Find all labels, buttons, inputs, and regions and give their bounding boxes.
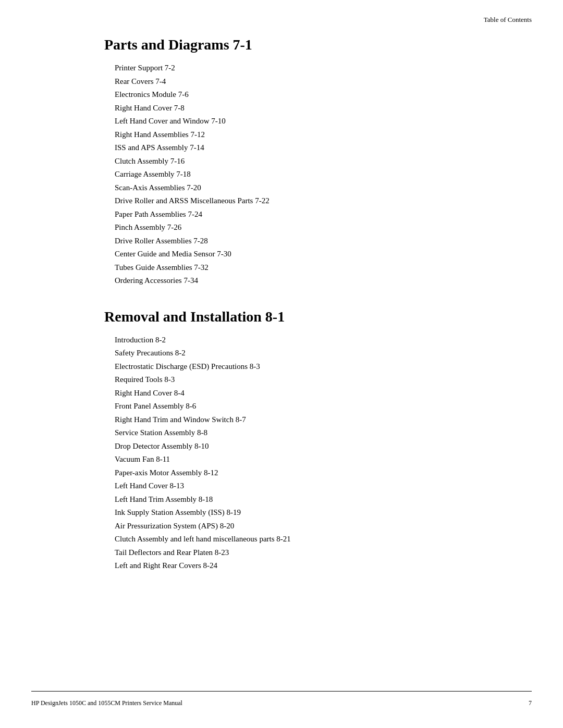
- list-item: Paper Path Assemblies 7-24: [115, 208, 500, 221]
- page-container: Table of Contents Parts and Diagrams 7-1…: [0, 0, 563, 728]
- list-item: Rear Covers 7-4: [115, 75, 500, 89]
- list-item: Center Guide and Media Sensor 7-30: [115, 248, 500, 261]
- list-item: Tail Deflectors and Rear Platen 8-23: [115, 546, 500, 560]
- parts-diagrams-list: Printer Support 7-2 Rear Covers 7-4 Elec…: [115, 61, 500, 288]
- list-item: Right Hand Trim and Window Switch 8-7: [115, 413, 500, 427]
- removal-installation-title: Removal and Installation 8-1: [104, 309, 500, 325]
- list-item: Drive Roller Assemblies 7-28: [115, 235, 500, 248]
- list-item: Clutch Assembly 7-16: [115, 155, 500, 168]
- list-item: Ink Supply Station Assembly (ISS) 8-19: [115, 506, 500, 520]
- list-item: Service Station Assembly 8-8: [115, 426, 500, 440]
- list-item: Introduction 8-2: [115, 334, 500, 347]
- list-item: Electronics Module 7-6: [115, 88, 500, 102]
- list-item: Left Hand Cover 8-13: [115, 479, 500, 493]
- list-item: Scan-Axis Assemblies 7-20: [115, 181, 500, 195]
- main-content: Parts and Diagrams 7-1 Printer Support 7…: [0, 0, 563, 635]
- list-item: Drive Roller and ARSS Miscellaneous Part…: [115, 194, 500, 208]
- footer-content: HP DesignJets 1050C and 1055CM Printers …: [31, 699, 532, 707]
- footer-line: [31, 691, 532, 692]
- list-item: Tubes Guide Assemblies 7-32: [115, 261, 500, 275]
- footer-left-text: HP DesignJets 1050C and 1055CM Printers …: [31, 699, 182, 707]
- list-item: ISS and APS Assembly 7-14: [115, 141, 500, 155]
- top-right-label: Table of Contents: [484, 16, 532, 24]
- list-item: Clutch Assembly and left hand miscellane…: [115, 533, 500, 546]
- list-item: Pinch Assembly 7-26: [115, 221, 500, 235]
- list-item: Front Panel Assembly 8-6: [115, 400, 500, 413]
- list-item: Printer Support 7-2: [115, 61, 500, 75]
- list-item: Paper-axis Motor Assembly 8-12: [115, 466, 500, 480]
- list-item: Ordering Accessories 7-34: [115, 274, 500, 288]
- parts-diagrams-title: Parts and Diagrams 7-1: [104, 36, 500, 53]
- list-item: Right Hand Cover 8-4: [115, 387, 500, 400]
- list-item: Safety Precautions 8-2: [115, 347, 500, 360]
- list-item: Left Hand Trim Assembly 8-18: [115, 493, 500, 507]
- list-item: Vacuum Fan 8-11: [115, 453, 500, 466]
- removal-installation-list: Introduction 8-2 Safety Precautions 8-2 …: [115, 334, 500, 573]
- list-item: Air Pressurization System (APS) 8-20: [115, 520, 500, 533]
- list-item: Required Tools 8-3: [115, 373, 500, 387]
- list-item: Right Hand Assemblies 7-12: [115, 128, 500, 142]
- list-item: Carriage Assembly 7-18: [115, 168, 500, 181]
- removal-installation-section: Removal and Installation 8-1 Introductio…: [104, 309, 500, 573]
- list-item: Left and Right Rear Covers 8-24: [115, 559, 500, 573]
- list-item: Right Hand Cover 7-8: [115, 102, 500, 115]
- parts-diagrams-section: Parts and Diagrams 7-1 Printer Support 7…: [104, 36, 500, 288]
- list-item: Left Hand Cover and Window 7-10: [115, 115, 500, 128]
- list-item: Electrostatic Discharge (ESD) Precaution…: [115, 360, 500, 374]
- list-item: Drop Detector Assembly 8-10: [115, 440, 500, 453]
- footer-page-number: 7: [529, 699, 532, 707]
